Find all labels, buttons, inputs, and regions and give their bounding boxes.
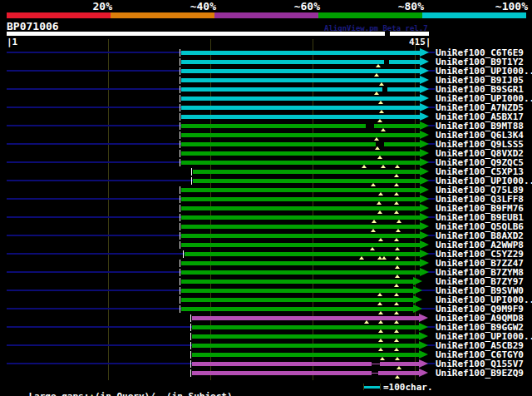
hit-bar[interactable] [192,316,419,320]
hit-bar[interactable] [192,353,419,357]
hit-start-tick [191,177,192,185]
hit-start-tick [180,131,180,139]
query-gap-marker [395,357,400,360]
query-gap-marker [377,302,382,305]
gap-legend-subject-text: (in Subject) [160,391,232,396]
hit-bar[interactable] [181,225,420,229]
query-gap-marker [394,192,399,196]
query-gap-marker [395,256,400,260]
hit-bar[interactable] [181,51,420,55]
hit-arrow [419,350,428,359]
query-gap-marker [394,201,399,205]
hit-arrow [420,57,429,66]
hit-bar[interactable] [181,215,420,220]
query-gap-marker [378,329,383,333]
subject-gap-line [372,364,380,364]
hit-bar[interactable] [181,115,420,119]
hit-bar[interactable] [192,362,419,366]
hit-arrow [420,76,429,84]
hit-bar[interactable] [181,243,420,247]
hit-gap [382,87,387,92]
hit-start-tick [180,232,180,240]
hit-arrow [420,94,429,102]
query-gap-marker [379,110,384,113]
query-gap-marker [394,238,399,241]
hit-arrow [420,240,429,249]
hit-arrow [420,167,429,176]
hit-label[interactable]: UniRef100_B9EZQ9 [436,369,524,378]
query-gap-marker [381,128,386,131]
hit-arrow [420,85,429,93]
hit-arrow [420,67,429,75]
hit-start-tick [190,314,191,322]
query-gap-marker [395,247,400,250]
hit-bar[interactable] [192,325,419,329]
query-gap-marker [362,165,367,168]
query-gap-marker [394,293,399,296]
hit-start-tick [180,159,180,166]
hit-bar[interactable] [181,69,420,73]
query-gap-marker [378,192,383,196]
hit-bar[interactable] [181,197,420,201]
query-gap-marker [395,275,400,278]
hit-start-tick [180,58,180,66]
query-gap-marker [377,119,382,122]
hit-start-tick [180,95,180,102]
hit-arrow [420,176,429,185]
hit-bar[interactable] [181,133,420,137]
hit-bar[interactable] [193,179,420,183]
query-gap-marker [394,284,399,287]
hit-bar[interactable] [181,270,420,275]
hit-start-tick [180,260,180,267]
query-gap-marker [377,156,382,159]
hit-bar[interactable] [192,344,419,348]
hit-start-tick [180,86,180,93]
hit-bar[interactable] [181,234,420,238]
query-gap-marker [372,220,377,223]
query-gap-marker [396,229,401,232]
hit-bar[interactable] [181,188,420,192]
hit-start-tick [180,77,180,84]
query-gap-marker [394,174,399,177]
hit-gap [366,124,374,128]
subject-gap-line [372,373,378,374]
hit-start-tick [190,351,191,359]
hit-bar[interactable] [181,97,420,101]
hit-arrow [420,222,429,230]
scalebar-end-tick-right [380,384,381,390]
hit-bar[interactable] [181,151,420,156]
hit-start-tick [180,305,180,313]
hit-start-tick [190,324,191,331]
query-gap-marker [376,64,381,67]
scalebar-sample-line [364,386,380,389]
hit-bar[interactable] [192,334,419,339]
hit-arrow [413,304,422,313]
hit-bar[interactable] [181,206,420,210]
hit-arrow [420,149,429,157]
hit-bar[interactable] [192,371,419,375]
hit-start-tick [180,241,180,249]
hit-arrow [420,131,429,139]
hit-arrow [420,231,429,240]
query-gap-marker [394,311,399,314]
hit-bar[interactable] [193,170,420,174]
hit-start-tick [180,122,180,130]
hit-start-tick [180,278,180,285]
hit-bar[interactable] [181,280,413,284]
gap-legend-query-text: (in Query)/ [95,391,155,396]
hit-start-tick [190,333,191,340]
query-gap-marker [380,357,385,360]
query-gap-marker [359,256,364,260]
query-gap-marker [377,293,382,296]
hit-arrow [420,268,429,276]
hit-arrow [419,359,428,368]
hit-start-tick [180,296,180,304]
query-gap-marker [394,320,399,324]
hit-start-tick [180,67,180,75]
hit-bar[interactable] [181,261,420,265]
query-gap-marker [377,210,382,214]
query-gap-marker [378,311,383,314]
query-gap-marker [394,302,399,305]
hit-start-tick [180,113,180,121]
alignview-screen: 20%~40%~60%~80%~100% BP071006 AlignView.… [0,0,532,396]
